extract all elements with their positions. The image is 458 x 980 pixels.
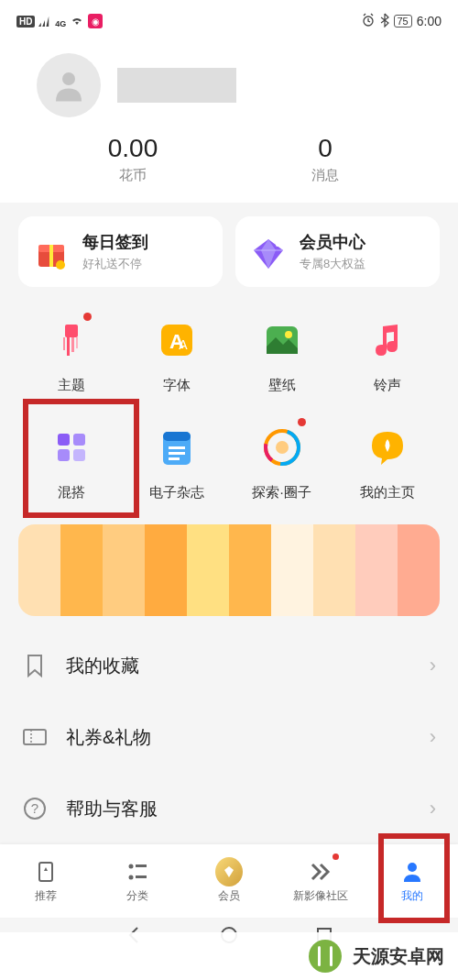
user-name-redacted [117,68,236,103]
list-row-favorites[interactable]: 我的收藏 › [22,630,436,701]
grid-label: 字体 [163,377,191,394]
font-icon: AA [151,314,202,366]
promo-banner[interactable] [18,524,440,616]
svg-rect-19 [58,449,70,461]
svg-text:?: ? [31,800,38,816]
list-label: 帮助与客服 [66,797,411,821]
grid-item-mix[interactable]: 混搭 [18,422,124,501]
svg-point-6 [276,243,279,247]
watermark-logo-icon [309,940,342,973]
grid-label: 主题 [58,377,85,394]
svg-rect-4 [49,245,53,267]
member-center-card[interactable]: 会员中心 专属8大权益 [235,216,440,287]
grid-label: 壁纸 [268,377,296,394]
balance-label: 花币 [37,167,229,184]
member-title: 会员中心 [300,231,365,253]
watermark-text: 天源安卓网 [353,944,444,969]
bottom-nav: 推荐 分类 会员 新影像社区 我的 [0,844,458,918]
category-grid: 主题 AA 字体 壁纸 铃声 混搭 电子杂志 [18,314,440,501]
hd-badge: HD [16,16,35,28]
balance-value: 0.00 [37,134,229,163]
svg-rect-23 [169,446,185,449]
wifi-icon [70,14,84,29]
svg-rect-10 [76,337,78,348]
status-bar: HD 4G ◉ 75 6:00 [0,3,458,39]
lens-icon [256,422,308,473]
svg-point-5 [56,260,65,270]
avatar[interactable] [37,53,101,117]
nav-recommend[interactable]: 推荐 [0,844,92,918]
grid-label: 铃声 [374,377,401,394]
messages-stat[interactable]: 0 消息 [229,134,421,184]
checkin-sub: 好礼送不停 [82,256,148,272]
chevron-right-icon: › [430,725,436,749]
magazine-icon [151,422,202,473]
alarm-icon [361,13,376,30]
watermark: 天源安卓网 [0,932,458,980]
nav-label: 我的 [401,888,423,904]
diamond-icon [248,232,289,272]
svg-rect-9 [71,337,74,352]
ribbon-icon [32,858,60,886]
nav-label: 分类 [126,888,148,904]
svg-rect-34 [39,863,52,881]
svg-point-29 [276,441,289,454]
nav-label: 推荐 [35,888,57,904]
status-time: 6:00 [417,14,442,28]
svg-rect-18 [73,434,85,446]
person-icon [398,858,426,886]
svg-rect-24 [169,452,185,455]
grid-label: 混搭 [58,484,85,501]
svg-point-39 [408,863,417,872]
grid-label: 电子杂志 [149,484,204,501]
balance-stat[interactable]: 0.00 花币 [37,134,229,184]
chat-icon [362,422,413,473]
app-icon: ◉ [88,14,103,28]
brush-icon [46,314,97,366]
apps-icon [46,422,97,473]
forward-icon [307,858,334,886]
image-icon [256,314,308,366]
chevron-right-icon: › [430,797,436,820]
grid-item-wallpaper[interactable]: 壁纸 [229,314,334,394]
nav-community[interactable]: 新影像社区 [275,844,366,918]
nav-label: 会员 [218,888,240,904]
list-label: 礼券&礼物 [66,725,411,750]
svg-rect-38 [136,875,147,878]
grid-item-homepage[interactable]: 我的主页 [334,422,440,501]
svg-rect-8 [67,337,70,356]
categories-icon [124,858,151,886]
ticket-icon [22,724,48,750]
nav-member[interactable]: 会员 [183,844,275,918]
nav-mine[interactable]: 我的 [366,844,458,918]
list-row-coupons[interactable]: 礼券&礼物 › [22,701,436,773]
grid-item-theme[interactable]: 主题 [18,314,124,394]
svg-rect-17 [58,434,70,446]
daily-checkin-card[interactable]: 每日签到 好礼送不停 [18,216,223,287]
member-sub: 专属8大权益 [300,256,365,272]
checkin-title: 每日签到 [82,231,148,253]
list-row-help[interactable]: ? 帮助与客服 › [22,773,436,844]
help-icon: ? [22,796,48,821]
messages-label: 消息 [229,167,421,184]
grid-item-ringtone[interactable]: 铃声 [334,314,440,394]
member-icon [215,858,243,886]
messages-value: 0 [229,134,421,163]
profile-card: 0.00 花币 0 消息 [18,39,440,203]
svg-rect-30 [24,730,46,744]
svg-rect-37 [136,864,147,867]
svg-point-36 [129,875,134,880]
svg-rect-20 [73,449,85,461]
svg-point-35 [129,864,134,869]
nav-label: 新影像社区 [293,888,348,904]
svg-rect-11 [63,337,65,350]
grid-item-explore[interactable]: 探索·圈子 [229,422,334,501]
nav-categories[interactable]: 分类 [92,844,183,918]
grid-item-magazine[interactable]: 电子杂志 [124,422,229,501]
svg-text:A: A [179,337,188,352]
grid-label: 我的主页 [360,484,415,501]
grid-item-font[interactable]: AA 字体 [124,314,229,394]
battery-indicator: 75 [394,15,412,28]
signal-icon: 4G [38,14,66,29]
grid-label: 探索·圈子 [252,484,311,501]
